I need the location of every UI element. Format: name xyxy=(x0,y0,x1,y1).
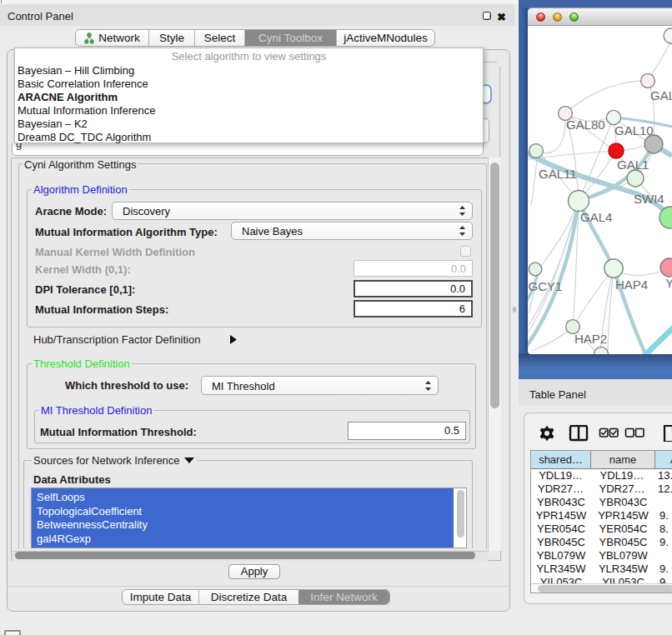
svg-text:GAL1: GAL1 xyxy=(617,158,649,172)
svg-text:YM: YM xyxy=(665,276,672,290)
svg-text:GAL4: GAL4 xyxy=(580,210,612,224)
svg-text:GAL10: GAL10 xyxy=(614,123,654,138)
svg-text:GAL7: GAL7 xyxy=(650,88,672,102)
svg-text:HAP4: HAP4 xyxy=(615,278,648,292)
svg-text:HAP2: HAP2 xyxy=(574,332,607,346)
svg-text:GAL11: GAL11 xyxy=(539,167,577,181)
svg-text:GCY1: GCY1 xyxy=(529,279,563,293)
svg-text:GAL80: GAL80 xyxy=(566,118,605,132)
svg-text:SWI4: SWI4 xyxy=(634,192,664,206)
